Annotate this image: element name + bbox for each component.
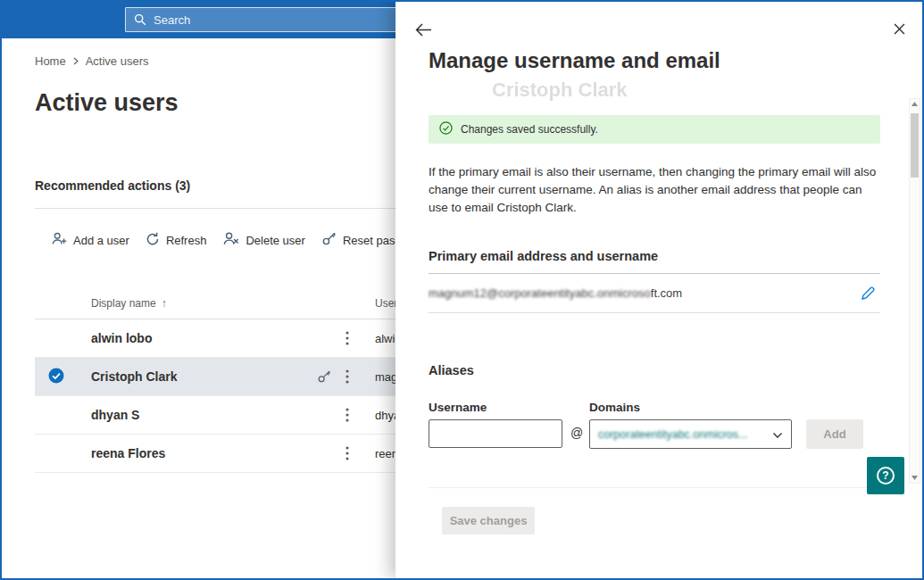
refresh-icon [146, 232, 160, 249]
user-display-name: dhyan S [91, 408, 310, 422]
domains-label: Domains [589, 401, 640, 414]
person-add-icon [51, 231, 67, 249]
scrollbar-thumb[interactable] [911, 113, 919, 178]
add-button[interactable]: Add [806, 419, 863, 449]
more-actions-icon[interactable] [344, 368, 351, 385]
more-actions-icon[interactable] [344, 329, 351, 347]
breadcrumb-current: Active users [86, 54, 149, 68]
panel-title: Manage username and email [429, 48, 720, 73]
ghost-background-text: Cristoph Clark [492, 79, 628, 102]
key-icon [321, 231, 337, 249]
domains-dropdown[interactable]: corporateentityabc.onmicros... [589, 419, 792, 449]
sort-ascending-icon: ↑ [162, 297, 167, 310]
success-check-icon [439, 121, 453, 137]
person-delete-icon [222, 231, 239, 249]
app-window: ? CC Home Active users Active users Reco… [0, 0, 924, 580]
panel-scrollbar[interactable] [909, 98, 920, 484]
column-display-name-label: Display name [91, 297, 156, 310]
more-actions-icon[interactable] [344, 444, 351, 462]
chevron-down-icon [772, 427, 783, 443]
domain-selected-value: corporateentityabc.onmicros... [598, 428, 747, 441]
breadcrumb: Home Active users [35, 54, 149, 68]
manage-username-panel: Manage username and email Cristoph Clark… [395, 2, 922, 578]
user-display-name: alwin lobo [91, 331, 310, 345]
help-widget-button[interactable]: ? [867, 457, 904, 494]
row-key-slot [315, 330, 333, 346]
success-banner-text: Changes saved successfully. [461, 123, 598, 136]
user-display-name: Cristoph Clark [91, 369, 310, 384]
primary-email-redacted: magnum12@corporateentityabc.onmicroso [429, 286, 651, 300]
add-user-label: Add a user [73, 234, 129, 247]
selected-check-icon[interactable] [48, 368, 64, 386]
save-changes-button[interactable]: Save changes [442, 507, 535, 534]
reset-password-row-icon[interactable] [315, 369, 333, 385]
help-circle-icon: ? [877, 467, 895, 485]
search-icon [134, 13, 146, 26]
recommended-actions-header[interactable]: Recommended actions (3) [35, 178, 190, 193]
row-check-cell[interactable] [35, 368, 91, 386]
row-key-slot [315, 407, 333, 423]
user-display-name: reena Flores [91, 446, 310, 460]
scroll-down-icon[interactable] [912, 476, 918, 480]
breadcrumb-home[interactable]: Home [35, 54, 66, 68]
refresh-button[interactable]: Refresh [146, 232, 207, 249]
page-title: Active users [35, 89, 179, 117]
add-user-button[interactable]: Add a user [51, 231, 129, 249]
username-label: Username [429, 401, 487, 414]
primary-email-visible: ft.com [651, 286, 682, 300]
chevron-right-icon [73, 54, 79, 68]
primary-email-heading: Primary email address and username [429, 249, 658, 263]
success-banner: Changes saved successfully. [429, 115, 880, 144]
refresh-label: Refresh [166, 234, 207, 247]
column-display-name[interactable]: Display name ↑ [91, 297, 310, 310]
delete-user-button[interactable]: Delete user [222, 231, 304, 249]
aliases-heading: Aliases [429, 363, 474, 377]
scroll-up-icon[interactable] [912, 102, 918, 106]
row-key-slot [315, 445, 333, 461]
at-sign: @ [570, 426, 583, 440]
delete-user-label: Delete user [246, 234, 304, 247]
primary-email-row: magnum12@corporateentityabc.onmicrosoft.… [429, 273, 880, 313]
footer-divider [429, 487, 880, 488]
more-actions-icon[interactable] [344, 406, 351, 424]
panel-description: If the primary email is also their usern… [429, 163, 877, 217]
alias-username-input[interactable] [429, 419, 562, 448]
primary-email-value: magnum12@corporateentityabc.onmicrosoft.… [429, 286, 682, 300]
close-icon[interactable] [891, 20, 908, 41]
command-bar: Add a user Refresh Delete user Reset pas… [51, 225, 426, 255]
back-arrow-icon[interactable] [413, 21, 434, 42]
edit-pencil-icon[interactable] [859, 285, 877, 302]
